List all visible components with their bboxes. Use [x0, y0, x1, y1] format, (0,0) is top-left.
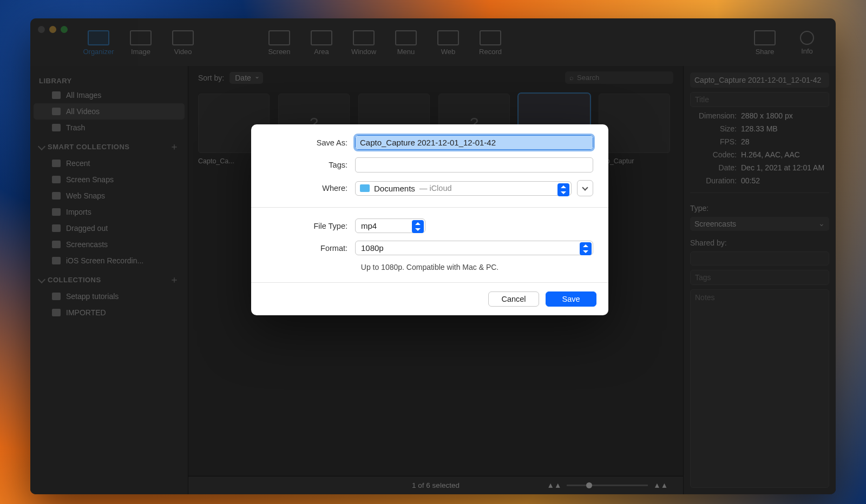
toolbar-label: Area [314, 48, 329, 56]
record-icon [480, 30, 501, 45]
save-as-label: Save As: [266, 138, 347, 147]
toolbar-menu[interactable]: Menu [385, 24, 427, 62]
stepper-icon [580, 242, 592, 255]
label: Duration: [690, 176, 737, 185]
sidebar-item-label: Setapp tutorials [66, 292, 119, 301]
notes-field[interactable]: Notes [690, 289, 829, 488]
sidebar-item-screencasts[interactable]: Screencasts [34, 236, 185, 253]
search-icon: ⌕ [569, 74, 574, 82]
stepper-icon [557, 183, 569, 196]
where-popup[interactable]: Documents — iCloud [355, 181, 572, 196]
file-type-popup[interactable]: mp4 [355, 218, 425, 233]
search-input[interactable]: ⌕ Search [565, 71, 673, 84]
window-controls [38, 26, 68, 33]
toolbar-area[interactable]: Area [300, 24, 343, 62]
thumbnail-label: ...to_Captur [599, 157, 670, 165]
shared-field[interactable] [690, 251, 829, 266]
sidebar-item-web-snaps[interactable]: Web Snaps [34, 188, 185, 204]
star-icon [52, 257, 61, 264]
type-label: Type: [690, 204, 829, 213]
search-placeholder: Search [577, 74, 599, 82]
format-label: Format: [266, 244, 347, 253]
sidebar-item-all-images[interactable]: All Images [34, 87, 185, 103]
close-window-button[interactable] [38, 26, 45, 33]
sidebar-item-label: Web Snaps [66, 191, 105, 200]
sidebar-item-label: Dragged out [66, 224, 108, 233]
tags-field[interactable] [355, 157, 593, 173]
star-icon [52, 160, 61, 167]
toolbar-label: Record [479, 48, 502, 56]
inspector-filename: Capto_Capture 2021-12-01_12-01-42 [690, 72, 829, 88]
section-title: LIBRARY [39, 77, 179, 85]
value: 00:52 [741, 176, 760, 185]
toolbar-video[interactable]: Video [162, 24, 204, 62]
web-icon [437, 30, 459, 45]
slider-knob[interactable] [586, 482, 592, 488]
window-icon [353, 30, 375, 45]
where-folder: Documents [374, 184, 415, 193]
format-popup[interactable]: 1080p [355, 241, 593, 255]
maximize-window-button[interactable] [61, 26, 68, 33]
toolbar-screen[interactable]: Screen [258, 24, 300, 62]
toolbar-label: Web [441, 48, 456, 56]
value: 2880 x 1800 px [741, 111, 793, 120]
toolbar-label: Organizer [83, 48, 114, 56]
toolbar-share[interactable]: Share [744, 24, 786, 62]
type-value: Screencasts [694, 220, 736, 228]
sidebar: LIBRARY All Images All Videos Trash SMAR… [30, 66, 188, 494]
add-collection-button[interactable]: ＋ [169, 273, 179, 286]
sidebar-item-label: IMPORTED [66, 308, 106, 317]
where-label: Where: [266, 184, 347, 193]
cancel-button[interactable]: Cancel [488, 291, 539, 307]
tags-field[interactable]: Tags [690, 270, 829, 285]
sidebar-item-trash[interactable]: Trash [34, 120, 185, 136]
slider-track[interactable] [567, 485, 648, 486]
toolbar-label: Video [174, 48, 192, 56]
sidebar-item-screen-snaps[interactable]: Screen Snaps [34, 171, 185, 188]
sidebar-item-setapp[interactable]: Setapp tutorials [34, 288, 185, 304]
toolbar-window[interactable]: Window [343, 24, 385, 62]
where-cloud: — iCloud [419, 184, 452, 193]
sidebar-item-label: Screen Snaps [66, 175, 114, 184]
sidebar-section-smart[interactable]: SMART COLLECTIONS ＋ [30, 136, 188, 155]
star-icon [52, 224, 61, 232]
placeholder: Notes [695, 293, 715, 302]
title-field[interactable]: Title [690, 92, 829, 107]
expand-save-dialog-button[interactable] [577, 180, 593, 196]
toolbar-organizer[interactable]: Organizer [77, 24, 120, 62]
toolbar-label: Menu [397, 48, 415, 56]
minimize-window-button[interactable] [49, 26, 56, 33]
toolbar-info[interactable]: Info [786, 24, 828, 62]
toolbar-image[interactable]: Image [120, 24, 162, 62]
zoom-slider[interactable]: ▲▲ ▲▲ [547, 481, 668, 489]
videos-icon [52, 108, 61, 115]
sidebar-item-recent[interactable]: Recent [34, 155, 185, 171]
toolbar-record[interactable]: Record [469, 24, 511, 62]
zoom-in-icon: ▲▲ [653, 481, 668, 489]
selection-count: 1 of 6 selected [412, 481, 460, 489]
add-smart-collection-button[interactable]: ＋ [169, 140, 179, 153]
toolbar-web[interactable]: Web [427, 24, 469, 62]
type-popup[interactable]: Screencasts [690, 217, 829, 231]
sidebar-item-imported[interactable]: IMPORTED [34, 304, 185, 321]
tags-label: Tags: [266, 161, 347, 169]
sort-popup[interactable]: Date [229, 72, 263, 84]
sort-value: Date [235, 74, 251, 82]
save-button[interactable]: Save [546, 291, 596, 307]
sidebar-item-dragged-out[interactable]: Dragged out [34, 220, 185, 236]
sidebar-item-imports[interactable]: Imports [34, 204, 185, 220]
sidebar-item-all-videos[interactable]: All Videos [34, 103, 185, 120]
star-icon [52, 208, 61, 216]
file-type-label: File Type: [266, 222, 347, 230]
chevron-down-icon [582, 184, 588, 190]
stepper-icon [412, 220, 424, 233]
toolbar-label: Share [756, 48, 775, 56]
sidebar-section-library: LIBRARY [30, 72, 188, 87]
thumbnail-item[interactable]: ...to_Captur [599, 94, 670, 165]
sidebar-item-ios-recordings[interactable]: iOS Screen Recordin... [34, 253, 185, 269]
section-title: SMART COLLECTIONS [48, 143, 166, 151]
sidebar-section-collections[interactable]: COLLECTIONS ＋ [30, 269, 188, 288]
placeholder: Tags [695, 273, 711, 282]
sidebar-item-label: Screencasts [66, 240, 108, 249]
save-as-field[interactable]: Capto_Capture 2021-12-01_12-01-42 [355, 135, 593, 150]
